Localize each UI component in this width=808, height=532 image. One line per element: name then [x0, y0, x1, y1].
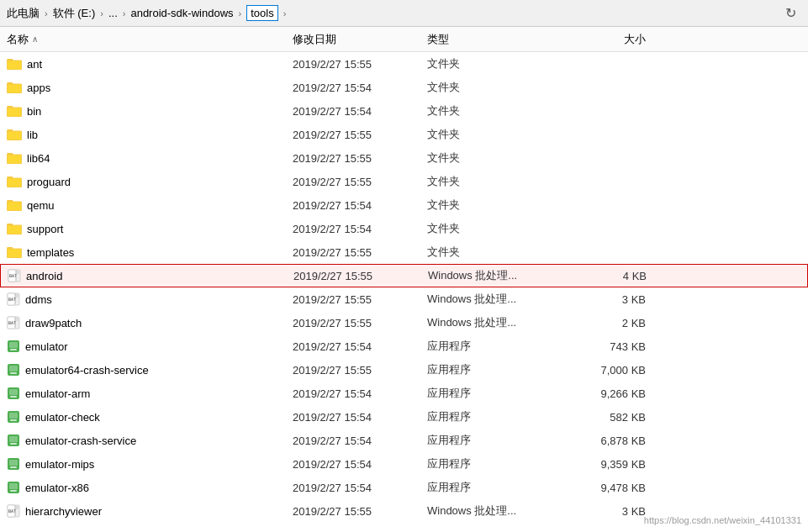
file-name-label: qemu	[27, 199, 55, 212]
folder-icon	[7, 176, 22, 187]
address-segment-ellipsis[interactable]: ...	[108, 7, 118, 19]
svg-rect-39	[16, 270, 20, 274]
file-name-label: hierarchyviewer	[25, 505, 102, 518]
table-row[interactable]: templates 2019/2/27 15:55 文件夹	[0, 240, 808, 264]
file-size-cell: 4 KB	[562, 270, 647, 282]
table-row[interactable]: ant 2019/2/27 15:55 文件夹	[0, 52, 808, 76]
file-date-cell: 2019/2/27 15:55	[293, 293, 427, 306]
file-list: ant 2019/2/27 15:55 文件夹 apps 2019/2/27 1…	[0, 52, 808, 532]
table-row[interactable]: apps 2019/2/27 15:54 文件夹	[0, 76, 808, 99]
address-arrow-5: ›	[283, 8, 287, 18]
svg-rect-27	[8, 203, 21, 211]
svg-rect-74	[10, 490, 17, 492]
file-type-cell: 文件夹	[427, 103, 562, 119]
file-date-cell: 2019/2/27 15:55	[293, 364, 427, 377]
table-row[interactable]: BAT ddms 2019/2/27 15:55 Windows 批处理... …	[0, 287, 808, 311]
table-row[interactable]: emulator-arm 2019/2/27 15:54 应用程序 9,266 …	[0, 382, 808, 405]
table-row[interactable]: emulator64-crash-service 2019/2/27 15:55…	[0, 358, 808, 382]
table-row[interactable]: emulator-check 2019/2/27 15:54 应用程序 582 …	[0, 405, 808, 429]
file-type-cell: 应用程序	[427, 456, 562, 471]
file-date-cell: 2019/2/27 15:54	[293, 435, 427, 447]
file-size-cell: 9,266 KB	[562, 387, 646, 400]
file-name-label: emulator	[25, 340, 68, 353]
column-header-date[interactable]: 修改日期	[293, 32, 427, 47]
table-row[interactable]: emulator-mips 2019/2/27 15:54 应用程序 9,359…	[0, 452, 808, 476]
file-name-cell: apps	[7, 82, 293, 94]
file-name-cell: BAT ddms	[7, 292, 293, 306]
svg-rect-51	[15, 317, 19, 321]
svg-rect-58	[9, 366, 18, 371]
file-type-cell: 应用程序	[427, 409, 562, 424]
file-date-cell: 2019/2/27 15:54	[293, 82, 427, 94]
svg-rect-64	[9, 413, 18, 419]
folder-icon	[7, 105, 22, 117]
svg-rect-78	[15, 505, 19, 509]
file-name-cell: emulator-mips	[7, 457, 293, 471]
file-name-label: emulator-x86	[25, 482, 89, 494]
file-type-cell: Windows 批处理...	[427, 315, 562, 330]
address-segment-tools[interactable]: tools	[246, 5, 277, 21]
column-header-name[interactable]: 名称 ∧	[7, 32, 293, 47]
app-file-icon	[7, 363, 20, 377]
table-row[interactable]: BAT draw9patch 2019/2/27 15:55 Windows 批…	[0, 311, 808, 334]
table-row[interactable]: emulator-crash-service 2019/2/27 15:54 应…	[0, 429, 808, 452]
table-row[interactable]: support 2019/2/27 15:54 文件夹	[0, 217, 808, 240]
file-size-cell: 3 KB	[562, 293, 646, 306]
file-type-cell: Windows 批处理...	[427, 292, 562, 307]
file-name-label: proguard	[27, 176, 71, 188]
file-type-cell: Windows 批处理...	[428, 268, 562, 283]
folder-icon	[7, 129, 22, 140]
address-segment-computer[interactable]: 此电脑	[7, 6, 40, 21]
file-name-label: bin	[27, 105, 41, 118]
file-name-cell: lib64	[7, 152, 293, 165]
file-name-label: templates	[27, 246, 74, 259]
folder-icon	[7, 246, 22, 258]
address-segment-drive[interactable]: 软件 (E:)	[53, 6, 96, 21]
file-size-cell: 743 KB	[562, 340, 646, 353]
bat-file-icon: BAT	[7, 292, 20, 306]
file-type-cell: 文件夹	[427, 174, 562, 189]
file-date-cell: 2019/2/27 15:54	[293, 105, 427, 118]
column-header-type[interactable]: 类型	[427, 32, 562, 47]
svg-rect-65	[10, 419, 17, 421]
file-name-label: emulator-arm	[25, 387, 90, 400]
table-row[interactable]: proguard 2019/2/27 15:55 文件夹	[0, 170, 808, 193]
file-type-cell: Windows 批处理...	[427, 503, 562, 519]
table-row[interactable]: lib64 2019/2/27 15:55 文件夹	[0, 146, 808, 170]
table-row[interactable]: bin 2019/2/27 15:54 文件夹	[0, 99, 808, 123]
svg-text:BAT: BAT	[8, 320, 16, 325]
table-row[interactable]: lib 2019/2/27 15:55 文件夹	[0, 123, 808, 146]
file-date-cell: 2019/2/27 15:55	[293, 152, 427, 165]
refresh-button[interactable]: ↻	[780, 3, 801, 23]
file-name-cell: emulator	[7, 340, 293, 353]
table-row[interactable]: qemu 2019/2/27 15:54 文件夹	[0, 193, 808, 217]
svg-rect-35	[8, 250, 21, 258]
file-date-cell: 2019/2/27 15:55	[293, 58, 427, 71]
file-name-label: apps	[27, 82, 50, 94]
folder-icon	[7, 199, 22, 211]
file-name-cell: ant	[7, 58, 293, 71]
column-header-row: 名称 ∧ 修改日期 类型 大小	[0, 27, 808, 52]
table-row[interactable]: emulator-x86 2019/2/27 15:54 应用程序 9,478 …	[0, 476, 808, 499]
svg-text:BAT: BAT	[9, 273, 17, 278]
table-row[interactable]: emulator 2019/2/27 15:54 应用程序 743 KB	[0, 334, 808, 358]
file-type-cell: 应用程序	[427, 386, 562, 401]
svg-rect-11	[8, 108, 21, 117]
file-name-cell: BAT draw9patch	[7, 316, 293, 329]
file-date-cell: 2019/2/27 15:55	[293, 317, 427, 329]
table-row[interactable]: BAT android 2019/2/27 15:55 Windows 批处理.…	[0, 264, 808, 287]
file-name-label: lib64	[27, 152, 50, 165]
folder-icon	[7, 152, 22, 164]
address-segment-sdk[interactable]: android-sdk-windows	[130, 7, 233, 19]
address-arrow-3: ›	[123, 8, 126, 18]
file-name-label: emulator-crash-service	[25, 435, 136, 447]
svg-rect-62	[10, 396, 17, 398]
file-size-cell: 6,878 KB	[562, 435, 646, 447]
table-row[interactable]: BAT hierarchyviewer 2019/2/27 15:55 Wind…	[0, 499, 808, 523]
bat-file-icon: BAT	[7, 316, 20, 329]
file-name-cell: emulator-arm	[7, 387, 293, 400]
svg-rect-70	[9, 460, 18, 466]
column-header-size[interactable]: 大小	[562, 32, 646, 47]
file-name-cell: templates	[7, 246, 293, 259]
file-type-cell: 应用程序	[427, 433, 562, 448]
